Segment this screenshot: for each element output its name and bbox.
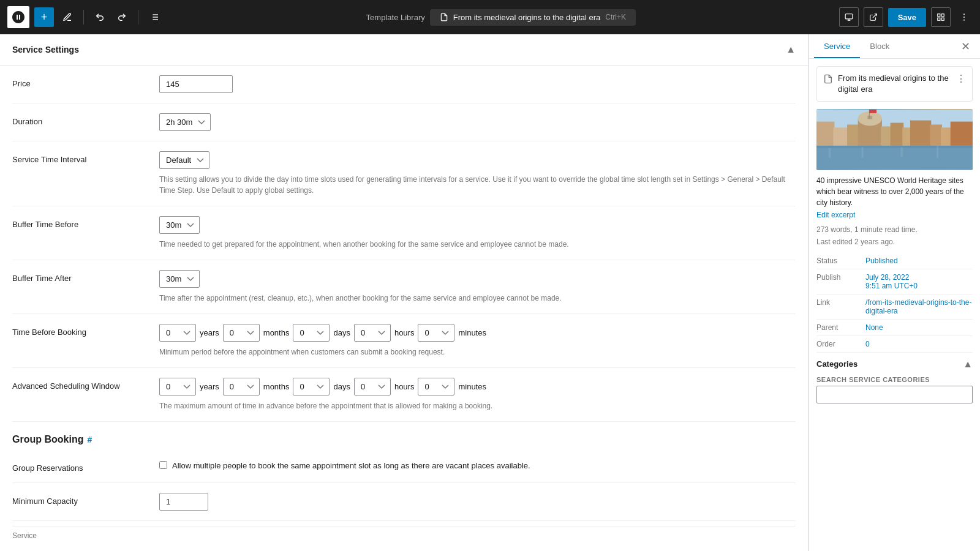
- time-before-months-select[interactable]: 01236: [223, 324, 260, 342]
- adv-scheduling-months-select[interactable]: 012: [223, 378, 260, 395]
- time-before-days-select[interactable]: 012714: [293, 324, 330, 342]
- document-more-button[interactable]: ⋮: [956, 73, 966, 84]
- tab-service[interactable]: Service: [814, 34, 860, 58]
- link-row: Link /from-its-medieval-origins-to-the-d…: [816, 294, 973, 320]
- time-before-hours-select[interactable]: 0123: [354, 324, 391, 342]
- meta-section: Status Published Publish July 28, 2022 9…: [816, 253, 973, 353]
- sidebar-close-button[interactable]: ✕: [956, 35, 975, 58]
- document-icon: [823, 74, 833, 86]
- publish-row: Publish July 28, 2022 9:51 am UTC+0: [816, 269, 973, 294]
- status-value[interactable]: Published: [865, 257, 898, 265]
- adv-scheduling-hours-select[interactable]: 012: [354, 378, 391, 395]
- edit-excerpt-link[interactable]: Edit excerpt: [816, 211, 973, 219]
- group-booking-heading: Group Booking #: [12, 422, 796, 450]
- minimum-capacity-control: [159, 493, 796, 511]
- external-link-button[interactable]: [864, 7, 883, 27]
- advanced-scheduling-selects: 012 years 012 months 017 days 012: [159, 378, 796, 395]
- svg-line-9: [872, 14, 876, 18]
- redo-button[interactable]: [113, 9, 130, 26]
- categories-search-section: SEARCH SERVICE CATEGORIES: [816, 376, 973, 403]
- adv-scheduling-years-select[interactable]: 012: [159, 378, 196, 395]
- svg-rect-33: [829, 148, 831, 158]
- svg-rect-27: [902, 128, 911, 146]
- service-time-interval-select[interactable]: Default 5m 10m 15m 20m 30m: [159, 151, 209, 169]
- toolbar: + Template Library From its medieval ori…: [0, 0, 980, 34]
- minimum-capacity-input[interactable]: [159, 493, 208, 511]
- duration-control: 30m 1h 1h 30m 2h 2h 30m 3h 3h 30m 4h: [159, 113, 796, 131]
- link-value[interactable]: /from-its-medieval-origins-to-the-digita…: [865, 298, 973, 315]
- svg-point-15: [963, 17, 965, 18]
- publish-date-text: July 28, 2022: [865, 273, 909, 282]
- order-row: Order 0: [816, 336, 973, 353]
- svg-rect-24: [867, 116, 872, 119]
- divider-1: [83, 10, 84, 24]
- tools-button[interactable]: [59, 9, 76, 26]
- add-block-button[interactable]: +: [34, 7, 54, 27]
- svg-rect-38: [869, 110, 876, 113]
- undo-button[interactable]: [91, 9, 108, 26]
- minutes-label: minutes: [458, 328, 486, 337]
- document-item: From its medieval origins to the digital…: [816, 66, 973, 102]
- group-booking-title: Group Booking: [12, 434, 83, 445]
- document-item-title: From its medieval origins to the digital…: [838, 73, 951, 95]
- svg-rect-35: [900, 148, 903, 157]
- document-title-button[interactable]: From its medieval origins to the digital…: [430, 9, 636, 26]
- parent-label: Parent: [816, 323, 865, 332]
- advanced-scheduling-description: The maximum amount of time in advance be…: [159, 400, 796, 411]
- svg-rect-19: [816, 122, 834, 146]
- time-before-years-select[interactable]: 0123: [159, 324, 196, 342]
- group-reservations-checkbox-row: Allow multiple people to book the same a…: [159, 460, 796, 472]
- list-view-button[interactable]: [146, 9, 163, 26]
- publish-date[interactable]: July 28, 2022 9:51 am UTC+0: [865, 273, 918, 290]
- settings-button[interactable]: [931, 7, 951, 27]
- categories-section-header: Categories ▲: [816, 353, 973, 376]
- order-value[interactable]: 0: [865, 340, 870, 348]
- adv-minutes-label: minutes: [458, 382, 486, 391]
- document-thumbnail: [816, 109, 973, 170]
- svg-rect-32: [816, 146, 973, 148]
- document-last-edited: Last edited 2 years ago.: [816, 236, 973, 248]
- months-label: months: [263, 328, 290, 337]
- publish-label: Publish: [816, 273, 865, 282]
- main-area: Service Settings ▲ Price Duration 30m 1h…: [0, 34, 980, 551]
- duration-field-row: Duration 30m 1h 1h 30m 2h 2h 30m 3h 3h 3…: [12, 103, 796, 141]
- price-input[interactable]: [159, 75, 233, 93]
- preview-button[interactable]: [839, 7, 859, 27]
- advanced-scheduling-window-control: 012 years 012 months 017 days 012: [159, 378, 796, 411]
- order-label: Order: [816, 340, 865, 348]
- group-booking-anchor[interactable]: #: [87, 435, 92, 444]
- svg-point-14: [963, 13, 965, 15]
- buffer-time-after-select[interactable]: 0m 5m 10m 15m 20m 30m 45m 1h: [159, 270, 200, 288]
- settings-collapse-button[interactable]: ▲: [786, 44, 796, 55]
- adv-days-label: days: [333, 382, 350, 391]
- service-time-interval-label: Service Time Interval: [12, 151, 147, 164]
- buffer-time-before-field-row: Buffer Time Before 0m 5m 10m 15m 20m 30m…: [12, 206, 796, 260]
- svg-rect-18: [816, 146, 973, 170]
- advanced-scheduling-window-label: Advanced Scheduling Window: [12, 378, 147, 391]
- categories-search-label: SEARCH SERVICE CATEGORIES: [816, 376, 973, 383]
- settings-content: Price Duration 30m 1h 1h 30m 2h 2h 30m 3…: [0, 66, 808, 551]
- time-before-minutes-select[interactable]: 0153045: [418, 324, 454, 342]
- time-before-booking-label: Time Before Booking: [12, 324, 147, 337]
- group-reservations-checkbox-label[interactable]: Allow multiple people to book the same a…: [172, 460, 530, 472]
- more-options-button[interactable]: [956, 9, 973, 26]
- tab-block[interactable]: Block: [860, 34, 899, 58]
- duration-select[interactable]: 30m 1h 1h 30m 2h 2h 30m 3h 3h 30m 4h: [159, 113, 211, 131]
- document-words: 273 words, 1 minute read time.: [816, 224, 973, 236]
- group-reservations-checkbox[interactable]: [159, 461, 167, 469]
- advanced-scheduling-window-field-row: Advanced Scheduling Window 012 years 012…: [12, 368, 796, 422]
- adv-scheduling-minutes-select[interactable]: 01530: [418, 378, 454, 395]
- settings-panel: Service Settings ▲ Price Duration 30m 1h…: [0, 34, 809, 551]
- adv-hours-label: hours: [394, 382, 415, 391]
- categories-search-input[interactable]: [816, 386, 973, 403]
- categories-collapse-button[interactable]: ▲: [963, 359, 973, 370]
- settings-title: Service Settings: [12, 45, 79, 54]
- svg-rect-30: [941, 128, 952, 146]
- svg-rect-11: [941, 14, 944, 17]
- adv-scheduling-days-select[interactable]: 017: [293, 378, 330, 395]
- parent-value[interactable]: None: [865, 323, 883, 332]
- save-button[interactable]: Save: [888, 8, 926, 27]
- time-before-booking-selects: 0123 years 01236 months 012714 days 0123: [159, 324, 796, 342]
- service-time-interval-field-row: Service Time Interval Default 5m 10m 15m…: [12, 141, 796, 206]
- buffer-time-before-select[interactable]: 0m 5m 10m 15m 20m 30m 45m 1h: [159, 216, 200, 234]
